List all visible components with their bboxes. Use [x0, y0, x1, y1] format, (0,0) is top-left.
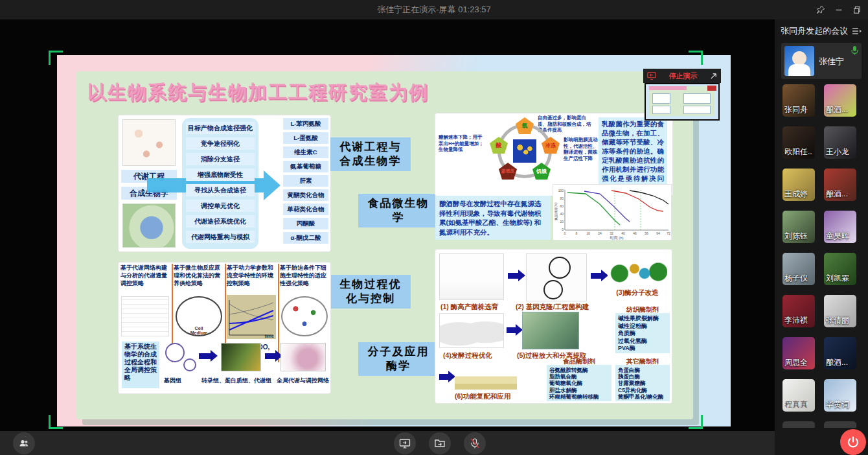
food-micro-panel: 糖解速率下降；用于泵出H+的能量增加；生物量降低 自由基过多，影响蛋白质、脂肪和…	[435, 113, 672, 196]
stop-presenting-button[interactable]: 停止演示	[643, 69, 721, 83]
section-label-enzyme: 分子及应用酶学	[358, 342, 439, 376]
presentation-slide: 以生物系统与生物加工工程研究室为例 代谢工程 合成生物学 目标产物合成途径强化 …	[57, 55, 731, 426]
participant-tile[interactable]: 李沛祺	[782, 295, 815, 327]
product-item: α-酮戊二酸	[283, 232, 328, 244]
avatar	[784, 46, 814, 76]
food-enzymes-list: 谷氨酰胺转氨酶 脂肪氧合酶 葡萄糖氧化酶 胆盐水解酶 环糊精葡萄糖转移酶	[547, 365, 611, 401]
process-strategy-4: 基于胁迫条件下细胞生理特性的适应性强化策略	[280, 264, 330, 287]
metabolic-panel: 代谢工程 合成生物学 目标产物合成途径强化 竞争途径弱化 消除分支途径 增强底物…	[119, 115, 330, 251]
expand-icon[interactable]	[710, 73, 717, 80]
medium-label: Medium	[190, 331, 207, 335]
application-image	[455, 360, 517, 390]
section-label-metabolic: 代谢工程与合成生物学	[330, 137, 411, 171]
mic-muted-button[interactable]	[464, 432, 486, 454]
time-label: time	[265, 334, 274, 338]
share-file-button[interactable]	[429, 432, 451, 454]
strategy-item: 竞争途径弱化	[186, 137, 255, 150]
product-item: L-苯丙氨酸	[283, 118, 328, 130]
yeast-nitrogen-text: 酿酒酵母在发酵过程中存在氮源选择性利用现象，导致有毒代谢物积累(如氨基甲酸乙酯、…	[435, 196, 551, 240]
stress-note-top: 自由基过多，影响蛋白质、脂肪和核酸合成，培养条件提高	[538, 115, 595, 134]
svg-text:72: 72	[667, 231, 670, 235]
step-6-label: (6)功能复配和应用	[455, 392, 510, 401]
cell-medium-image: Cell Medium	[176, 296, 222, 336]
step-3-label: (3)酶分子改造	[608, 288, 667, 298]
participant-tile[interactable]: 酿酒...	[824, 169, 856, 201]
svg-text:0: 0	[564, 231, 566, 235]
column-divider	[278, 264, 279, 362]
preview-thumbnail[interactable]	[645, 83, 720, 121]
global-network-image	[280, 343, 326, 371]
participant-tile[interactable]: 杨子仪	[782, 253, 815, 285]
leave-meeting-button[interactable]	[840, 429, 866, 455]
metabolic-network-image	[122, 119, 176, 166]
meeting-title-row: 张同舟发起的会议	[781, 25, 862, 38]
pentagon-oxygen: 氧	[516, 117, 534, 134]
participant-tile[interactable]: 欧阳任..	[782, 126, 815, 159]
participant-tile[interactable]: 程真真	[782, 379, 815, 412]
participant-tile[interactable]: 童昊晖	[824, 211, 856, 243]
process-strategy-1: 基于代谢网络构建与分析的代谢通量调控策略	[120, 264, 171, 287]
participants-button[interactable]	[13, 432, 35, 454]
omics-label: 转录组、蛋白质组、代谢组	[201, 377, 271, 385]
screen-share-icon	[399, 438, 411, 449]
svg-text:64: 64	[656, 231, 660, 235]
process-strategy-2: 基于微生物反应原理和优化算法的营养供给策略	[174, 264, 224, 287]
step-2-label: (2) 基因克隆/工程菌构建	[516, 303, 589, 312]
participant-tile[interactable]: 张倩丽	[824, 295, 856, 327]
power-icon	[847, 436, 860, 449]
mic-muted-icon	[469, 438, 481, 449]
step-4-label: (4)发酵过程优化	[443, 351, 492, 360]
strategy-item: 代谢途径系统优化	[186, 215, 255, 228]
participant-tile[interactable]: 刘陈钰	[782, 211, 815, 243]
participant-tile-featured[interactable]: 张佳宁	[781, 43, 862, 79]
participant-tile[interactable]: 酿酒...	[824, 337, 856, 369]
pin-icon[interactable]	[815, 4, 827, 16]
pilot-plant-image	[522, 312, 579, 349]
genome-image	[165, 343, 185, 362]
product-item: 维生素C	[283, 146, 328, 158]
strategy-item: 消除分支途径	[186, 153, 255, 165]
svg-text:氮源残留(%): 氮源残留(%)	[554, 202, 558, 220]
collapse-list-icon[interactable]	[852, 27, 862, 36]
lactic-acid-text: 乳酸菌作为重要的食品微生物，在加工、储藏等环节受酸、冷冻等条件的胁迫。确定乳酸菌…	[599, 117, 667, 192]
svg-text:40: 40	[621, 231, 625, 235]
restore-button[interactable]	[851, 4, 863, 16]
adaptive-map-image	[281, 296, 328, 336]
section-label-food: 食品微生物学	[358, 194, 439, 228]
participant-tile[interactable]	[824, 421, 856, 428]
people-icon	[18, 438, 30, 449]
stress-note-right: 影响细胞膜流动性，代谢活性、翻译进程，菌株生产活性下降	[564, 137, 600, 161]
product-item: 氨基葡萄糖	[283, 161, 328, 172]
svg-text:时间 (h): 时间 (h)	[610, 236, 624, 240]
svg-text:40: 40	[560, 212, 564, 216]
flow-arrow	[265, 353, 275, 359]
flow-arrow	[591, 273, 601, 279]
bottom-toolbar	[0, 431, 775, 455]
process-strategy-3: 基于动力学参数和流变学特性的环境控制策略	[227, 264, 277, 287]
folder-share-icon	[434, 438, 446, 449]
bacteria-image	[513, 139, 536, 163]
product-item: 黄酮类化合物	[283, 189, 328, 201]
stop-presenting-panel: 停止演示	[643, 69, 721, 122]
minimize-button[interactable]	[833, 4, 845, 16]
participant-tile[interactable]: 张同舟	[782, 84, 815, 117]
flow-arrow	[508, 273, 518, 279]
participant-tile[interactable]: 酿酒...	[824, 84, 856, 117]
svg-text:8: 8	[576, 231, 578, 235]
share-region-bracket	[689, 415, 703, 429]
participant-tile[interactable]: 刘凯霖	[824, 253, 856, 285]
svg-text:56: 56	[645, 231, 648, 235]
participant-tile[interactable]: 周思全	[782, 337, 815, 369]
mic-on-icon	[851, 45, 859, 55]
product-item: 单萜类化合物	[283, 204, 328, 215]
participant-tile[interactable]: 王小龙	[824, 126, 856, 159]
participant-tile[interactable]: 毕黄词	[824, 379, 856, 412]
window-title: 张佳宁正在演示-屏幕 01:23:57	[0, 0, 868, 19]
step-1-label: (1) 酶高产菌株选育	[440, 303, 498, 312]
screen-share-button[interactable]	[394, 432, 416, 454]
strategy-item: 代谢网络重构与模拟	[186, 231, 255, 243]
genome-image	[183, 358, 196, 371]
participant-tile[interactable]	[782, 421, 815, 428]
participant-tile[interactable]: 王成婷	[782, 169, 815, 201]
strategy-item: 寻找从头合成途径	[186, 184, 255, 196]
